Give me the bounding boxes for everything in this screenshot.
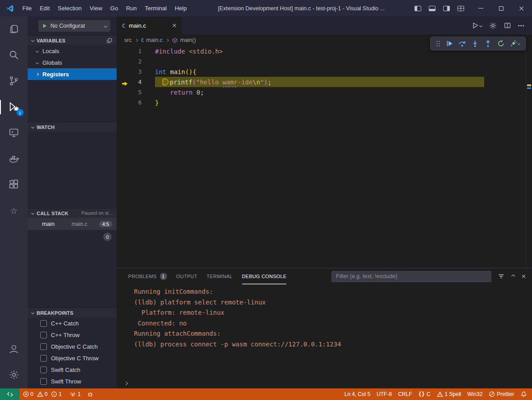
status-line-col[interactable]: Ln 4, Col 5 xyxy=(341,388,373,400)
activity-favorites[interactable]: ☆ xyxy=(0,198,28,224)
code-line-3[interactable]: 3 int main(){ xyxy=(117,67,532,77)
copy-value-icon[interactable] xyxy=(106,38,113,44)
close-button[interactable] xyxy=(511,0,532,17)
gutter[interactable]: 2 xyxy=(117,58,155,65)
menu-item-edit[interactable]: Edit xyxy=(36,0,54,17)
run-file-button[interactable] xyxy=(472,22,482,29)
menu-item-terminal[interactable]: Terminal xyxy=(141,0,171,17)
checkbox[interactable] xyxy=(40,343,47,350)
checkbox[interactable] xyxy=(40,332,47,338)
restart-button[interactable] xyxy=(497,40,505,47)
activity-docker[interactable] xyxy=(0,146,28,172)
step-into-button[interactable] xyxy=(471,40,479,47)
breakpoint-cpp-throw[interactable]: C++ Throw xyxy=(28,329,117,341)
status-platform[interactable]: Win32 xyxy=(464,388,486,400)
toggle-secondary-sidebar-icon[interactable] xyxy=(443,6,450,11)
minimize-button[interactable] xyxy=(470,0,491,17)
split-editor-icon[interactable] xyxy=(504,22,511,29)
settings-gear-icon[interactable] xyxy=(489,22,497,29)
gutter[interactable]: 6 xyxy=(117,99,155,106)
remote-indicator[interactable] xyxy=(0,388,20,400)
activity-search[interactable] xyxy=(0,42,28,68)
code-line-2[interactable]: 2 xyxy=(117,56,532,67)
status-language[interactable]: {}C xyxy=(415,388,433,400)
activity-run-debug[interactable]: 1 xyxy=(0,94,28,120)
launch-config-dropdown[interactable]: No Configurat xyxy=(38,20,110,32)
status-ports[interactable]: 1 xyxy=(67,388,84,400)
section-header-variables[interactable]: VARIABLES xyxy=(28,35,117,45)
checkbox[interactable] xyxy=(40,355,47,362)
step-over-button[interactable] xyxy=(458,40,466,47)
menu-item-selection[interactable]: Selection xyxy=(54,0,85,17)
breakpoint-objc-catch[interactable]: Objective C Catch xyxy=(28,341,117,352)
close-panel-icon[interactable] xyxy=(522,274,526,279)
toggle-panel-icon[interactable] xyxy=(429,6,436,11)
toggle-sidebar-icon[interactable] xyxy=(415,6,421,11)
code-line-6[interactable]: 6 } xyxy=(117,97,532,108)
status-debug[interactable] xyxy=(84,388,96,400)
breadcrumb-src[interactable]: src xyxy=(124,37,132,43)
tab-close-icon[interactable] xyxy=(172,23,177,28)
variables-scope-registers[interactable]: Registers xyxy=(28,68,117,80)
console-filter-input[interactable] xyxy=(331,271,491,282)
menu-item-file[interactable]: File xyxy=(18,0,36,17)
gutter[interactable]: 1 xyxy=(117,48,155,54)
status-formatter[interactable]: Prettier xyxy=(486,388,517,400)
section-header-watch[interactable]: WATCH xyxy=(28,122,117,132)
activity-source-control[interactable] xyxy=(0,68,28,94)
line-number: 1 xyxy=(138,48,142,54)
breakpoint-swift-throw[interactable]: Swift Throw xyxy=(28,375,117,387)
activity-accounts[interactable] xyxy=(0,337,28,362)
continue-button[interactable] xyxy=(446,40,453,47)
debug-console-input[interactable] xyxy=(117,379,532,388)
breadcrumb-file[interactable]: Cmain.c xyxy=(141,37,163,43)
menu-item-help[interactable]: Help xyxy=(171,0,191,17)
variables-scope-globals[interactable]: Globals xyxy=(28,57,117,68)
notifications-bell[interactable] xyxy=(517,388,530,400)
breadcrumb-symbol[interactable]: main() xyxy=(172,37,196,43)
activity-remote-explorer[interactable] xyxy=(0,120,28,146)
maximize-panel-icon[interactable] xyxy=(512,275,515,278)
checkbox[interactable] xyxy=(40,367,47,373)
status-encoding[interactable]: UTF-8 xyxy=(373,388,395,400)
breakpoint-objc-throw[interactable]: Objective C Throw xyxy=(28,352,117,364)
code-line-4-current[interactable]: 4 printf("hello wamr-ide\n"); xyxy=(117,77,532,87)
activity-explorer[interactable] xyxy=(0,17,28,42)
status-eol[interactable]: CRLF xyxy=(395,388,415,400)
gutter[interactable]: 4 xyxy=(117,79,155,85)
code-line-5[interactable]: 5 return 0; xyxy=(117,87,532,97)
more-actions-icon[interactable] xyxy=(518,25,525,26)
activity-settings[interactable] xyxy=(0,362,28,388)
customize-layout-icon[interactable] xyxy=(457,6,464,11)
status-problems[interactable]: 0 0 1 xyxy=(20,388,67,400)
checkbox[interactable] xyxy=(40,320,47,327)
activity-extensions[interactable] xyxy=(0,172,28,198)
breakpoint-cpp-catch[interactable]: C++ Catch xyxy=(28,317,117,329)
debug-console-output[interactable]: Running initCommands: (lldb) platform se… xyxy=(117,284,532,379)
tab-debug-console[interactable]: DEBUG CONSOLE xyxy=(242,268,287,284)
status-spell[interactable]: 1 Spell xyxy=(434,388,465,400)
menu-item-view[interactable]: View xyxy=(86,0,106,17)
tab-problems[interactable]: PROBLEMS1 xyxy=(128,268,167,284)
code-editor[interactable]: 1 #include <stdio.h> 2 3 int main(){ 4 xyxy=(117,46,532,268)
breakpoint-swift-catch[interactable]: Swift Catch xyxy=(28,364,117,375)
stack-frame-row[interactable]: main main.c 4:5 xyxy=(28,218,117,230)
menu-item-run[interactable]: Run xyxy=(122,0,141,17)
menu-item-go[interactable]: Go xyxy=(106,0,122,17)
overview-ruler[interactable] xyxy=(526,46,532,268)
tab-terminal[interactable]: TERMINAL xyxy=(207,268,233,284)
filter-lines-icon[interactable] xyxy=(498,273,505,280)
section-header-call-stack[interactable]: CALL STACK Paused on st... xyxy=(28,208,117,218)
tab-main-c[interactable]: C main.c xyxy=(117,17,182,34)
tab-output[interactable]: OUTPUT xyxy=(176,268,197,284)
disconnect-button[interactable] xyxy=(510,40,520,47)
step-out-button[interactable] xyxy=(484,40,492,47)
section-header-breakpoints[interactable]: BREAKPOINTS xyxy=(28,308,117,317)
variables-scope-locals[interactable]: Locals xyxy=(28,45,117,57)
toolbar-drag-grip[interactable] xyxy=(436,40,440,47)
chevron-right-icon xyxy=(135,38,138,42)
maximize-button[interactable] xyxy=(491,0,511,17)
checkbox[interactable] xyxy=(40,378,47,385)
gutter[interactable]: 5 xyxy=(117,89,155,96)
gutter[interactable]: 3 xyxy=(117,68,155,75)
